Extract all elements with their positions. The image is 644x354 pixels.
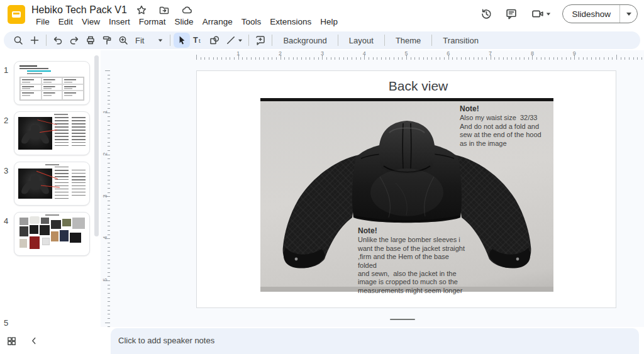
note-bottom-heading: Note! — [358, 227, 469, 235]
zoom-value: Fit — [135, 36, 144, 45]
thumb-table-cell — [20, 77, 42, 84]
redo-button[interactable] — [66, 33, 82, 48]
note-bottom[interactable]: Note! Unlike the large bomber sleeves i … — [358, 227, 469, 295]
background-button[interactable]: Background — [275, 33, 334, 48]
menu-edit[interactable]: Edit — [54, 16, 77, 28]
slideshow-caret-icon — [626, 13, 631, 16]
slide-thumbnail-3[interactable] — [14, 162, 90, 206]
bottom-bar: Click to add speaker notes — [0, 327, 644, 354]
horizontal-ruler: 1 2 3 4 5 6 7 8 9 — [111, 50, 644, 60]
slide-number-3: 3 — [4, 166, 14, 175]
thumb-table-cell — [62, 84, 84, 91]
toolbar-divider — [248, 35, 249, 46]
menu-view[interactable]: View — [77, 16, 104, 28]
slide-number-5: 5 — [4, 318, 14, 328]
slide-title[interactable]: Back view — [197, 79, 616, 94]
toolbar-divider — [431, 35, 432, 46]
collage-image — [51, 231, 58, 241]
header-actions: Slideshow — [478, 4, 638, 23]
thumb-jacket-image — [18, 169, 52, 199]
ruler-label: 9 — [573, 50, 576, 57]
thumb-text-column — [55, 167, 69, 199]
collage-image — [72, 218, 85, 229]
toolbar-divider — [46, 35, 47, 46]
thumb-table-cell — [42, 91, 63, 100]
menu-bar: File Edit View Insert Format Slide Arran… — [31, 16, 342, 28]
filmstrip: 1 2 3 — [0, 50, 101, 334]
insert-comment-button[interactable] — [252, 33, 269, 48]
thumb-table-cell — [62, 77, 84, 84]
slide-canvas[interactable]: Back view — [196, 70, 616, 308]
slides-logo-icon[interactable] — [8, 5, 25, 24]
thumb-text-column — [72, 117, 86, 148]
google-slides-app: Hebiko Tech Pack V1 File Edit View Inser… — [0, 0, 644, 354]
select-tool-button[interactable] — [174, 33, 190, 48]
slide-thumbnail-2[interactable] — [14, 111, 90, 155]
collage-image — [51, 220, 61, 229]
slide-thumbnail-4[interactable] — [14, 212, 90, 256]
slide-number-4: 4 — [4, 216, 14, 226]
print-button[interactable] — [82, 33, 99, 48]
collage-image — [30, 225, 38, 234]
thumb-text-column — [72, 170, 86, 196]
menu-tools[interactable]: Tools — [237, 16, 266, 28]
comments-icon[interactable] — [503, 6, 519, 22]
ruler-label: 8 — [531, 50, 534, 57]
version-history-icon[interactable] — [478, 6, 494, 22]
menu-file[interactable]: File — [31, 16, 54, 28]
search-menus-button[interactable] — [10, 33, 26, 48]
new-slide-button[interactable] — [26, 33, 43, 48]
jacket-back-view-image[interactable]: Note! Also my waist size 32/33 And do no… — [260, 98, 553, 292]
speaker-notes-placeholder: Click to add speaker notes — [118, 336, 214, 345]
ruler-label: 4 — [363, 50, 366, 57]
collapse-filmstrip-icon[interactable] — [26, 333, 42, 348]
document-title[interactable]: Hebiko Tech Pack V1 — [31, 4, 127, 16]
collage-image — [62, 219, 71, 226]
menu-slide[interactable]: Slide — [170, 16, 198, 28]
slideshow-dropdown[interactable] — [619, 4, 637, 23]
menu-arrange[interactable]: Arrange — [198, 16, 237, 28]
menu-extensions[interactable]: Extensions — [265, 16, 316, 28]
svg-text:T: T — [193, 36, 198, 45]
editor-canvas-area: 1 2 3 4 5 6 7 8 9 1 2 3 4 5 Back view — [101, 50, 644, 327]
ruler-label: 6 — [447, 50, 450, 57]
menu-insert[interactable]: Insert — [104, 16, 135, 28]
thumb1-text-graphic — [19, 65, 70, 75]
text-box-button[interactable]: Tt — [190, 33, 206, 48]
collage-image — [40, 225, 50, 235]
toolbar-divider — [384, 35, 385, 46]
menu-help[interactable]: Help — [316, 16, 342, 28]
vertical-ruler: 1 2 3 4 5 — [101, 60, 111, 327]
line-tool-caret — [238, 39, 242, 41]
grid-view-icon[interactable] — [4, 333, 19, 348]
notes-resize-handle[interactable] — [390, 319, 415, 320]
image-top-border — [260, 98, 553, 101]
thumb-table-cell — [42, 84, 63, 91]
note-top[interactable]: Note! Also my waist size 32/33 And do no… — [460, 105, 549, 148]
paint-format-button[interactable] — [99, 33, 115, 48]
theme-button[interactable]: Theme — [388, 33, 428, 48]
filmstrip-scrollbar[interactable] — [94, 55, 99, 236]
thumb-table-cell — [42, 77, 63, 84]
thumb-title-graphic — [45, 164, 59, 165]
meet-camera-button[interactable] — [528, 6, 553, 22]
speaker-notes-input[interactable]: Click to add speaker notes — [111, 328, 639, 354]
ruler-label: 1 — [102, 108, 108, 116]
slides-logo-pane — [12, 11, 21, 18]
zoom-select[interactable]: Fit — [131, 36, 167, 45]
collage-image — [19, 226, 28, 236]
zoom-button[interactable] — [115, 33, 131, 48]
ruler-label: 7 — [489, 50, 492, 57]
slideshow-button[interactable]: Slideshow — [562, 4, 638, 23]
menu-format[interactable]: Format — [135, 16, 170, 28]
undo-button[interactable] — [50, 33, 66, 48]
thumb-text-column — [55, 117, 69, 148]
ruler-label: 5 — [404, 50, 408, 57]
thumb-title-graphic — [54, 114, 68, 115]
line-tool-button[interactable] — [223, 33, 245, 48]
top-bar: Hebiko Tech Pack V1 File Edit View Inser… — [0, 0, 644, 30]
shape-tool-button[interactable] — [206, 33, 223, 48]
transition-button[interactable]: Transition — [435, 33, 486, 48]
slide-thumbnail-1[interactable] — [14, 61, 90, 105]
layout-button[interactable]: Layout — [341, 33, 381, 48]
